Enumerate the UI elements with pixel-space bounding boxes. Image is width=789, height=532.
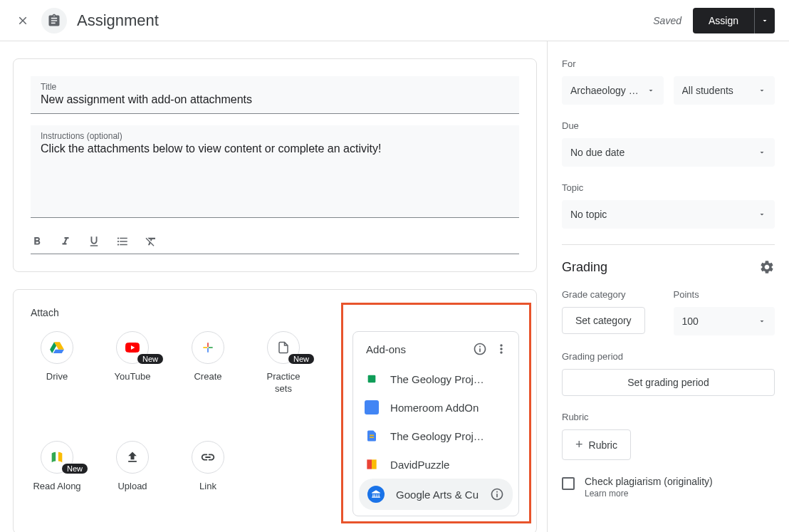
main-layout: Title New assignment with add-on attachm… <box>0 41 789 532</box>
italic-button[interactable] <box>59 235 72 248</box>
plagiarism-label: Check plagiarism (originality) <box>585 476 713 487</box>
assignment-icon <box>41 8 67 33</box>
caret-down-icon <box>761 16 769 25</box>
grading-period-section: Grading period Set grading period <box>562 351 775 396</box>
topic-value: No topic <box>570 209 607 220</box>
header-right: Saved Assign <box>653 8 775 33</box>
attach-youtube[interactable]: New YouTube <box>106 331 159 418</box>
close-button[interactable] <box>14 12 31 29</box>
link-icon <box>200 449 216 465</box>
addon-homeroom-icon <box>365 400 379 414</box>
upload-icon <box>125 450 140 464</box>
sidebar: For Archaeology … All students Due No du… <box>547 41 789 532</box>
caret-down-icon <box>647 86 655 95</box>
category-label: Grade category <box>562 289 664 300</box>
grading-header: Grading <box>562 259 775 275</box>
attach-link[interactable]: Link <box>182 441 234 516</box>
saved-indicator: Saved <box>653 15 681 26</box>
category-points-section: Grade category Set category Points 100 <box>562 289 775 335</box>
instructions-value: Click the attachments below to view cont… <box>41 142 509 155</box>
set-category-button[interactable]: Set category <box>562 307 645 334</box>
for-section: For Archaeology … All students <box>562 58 775 105</box>
addon-name: The Geology Proj… <box>390 373 507 385</box>
format-toolbar <box>31 229 519 254</box>
youtube-icon <box>123 340 142 355</box>
more-vert-icon[interactable] <box>494 342 508 356</box>
attach-youtube-label: YouTube <box>114 371 150 383</box>
attach-title: Attach <box>31 307 519 318</box>
attach-upload-label: Upload <box>117 481 147 493</box>
topic-section: Topic No topic <box>562 182 775 229</box>
attach-card: Attach Drive New YouTube <box>13 289 537 532</box>
class-selector[interactable]: Archaeology … <box>562 76 664 105</box>
attach-drive-label: Drive <box>46 371 68 383</box>
topic-label: Topic <box>562 182 775 193</box>
addons-list[interactable]: The Geology Proj… Homeroom AddOn The Geo… <box>353 365 518 516</box>
points-label: Points <box>674 289 775 300</box>
instructions-label: Instructions (optional) <box>41 131 509 141</box>
points-selector[interactable]: 100 <box>674 307 775 335</box>
for-label: For <box>562 58 775 69</box>
drive-icon <box>49 340 65 355</box>
plus-multicolor-icon <box>201 340 215 355</box>
addon-name: DavidPuzzle <box>390 459 507 471</box>
info-icon[interactable] <box>490 487 504 501</box>
attach-upload[interactable]: Upload <box>106 441 159 516</box>
rubric-button[interactable]: + Rubric <box>562 429 631 460</box>
attach-link-label: Link <box>199 481 216 493</box>
attach-row: Drive New YouTube Create <box>31 331 519 516</box>
learn-more-link[interactable]: Learn more <box>585 489 713 499</box>
clear-format-button[interactable] <box>145 235 157 248</box>
attach-read-along[interactable]: New Read Along <box>31 441 83 516</box>
attach-create[interactable]: Create <box>182 331 234 418</box>
set-grading-period-button[interactable]: Set grading period <box>562 369 775 396</box>
new-badge: New <box>288 354 314 364</box>
settings-icon[interactable] <box>759 259 775 275</box>
points-value: 100 <box>682 315 699 327</box>
bullet-list-button[interactable] <box>116 235 129 248</box>
period-label: Grading period <box>562 351 775 362</box>
due-selector[interactable]: No due date <box>562 138 775 167</box>
divider <box>562 244 775 245</box>
info-icon[interactable] <box>473 342 487 356</box>
attach-practice-sets[interactable]: New Practice sets <box>257 331 310 418</box>
underline-button[interactable] <box>88 235 100 248</box>
attach-drive[interactable]: Drive <box>31 331 83 418</box>
new-badge: New <box>137 354 163 364</box>
addon-item-geology-1[interactable]: The Geology Proj… <box>353 365 518 393</box>
assign-dropdown-button[interactable] <box>754 8 775 33</box>
title-field[interactable]: Title New assignment with add-on attachm… <box>31 76 519 114</box>
assign-button-group: Assign <box>693 8 775 33</box>
students-value: All students <box>682 85 733 96</box>
addons-panel: Add-ons The Geology Proj… Homeroom AddOn <box>352 331 519 516</box>
caret-down-icon <box>758 317 766 325</box>
addon-item-homeroom[interactable]: Homeroom AddOn <box>353 393 518 422</box>
caret-down-icon <box>758 86 766 95</box>
addon-item-davidpuzzle[interactable]: DavidPuzzle <box>353 450 518 479</box>
document-icon <box>277 340 290 355</box>
addon-geology2-icon <box>365 429 378 443</box>
title-label: Title <box>41 82 509 92</box>
plagiarism-checkbox[interactable] <box>562 477 575 490</box>
plus-icon: + <box>575 437 583 452</box>
addon-name: Homeroom AddOn <box>390 402 507 414</box>
addon-item-arts-culture[interactable]: Google Arts & Cu <box>359 479 513 510</box>
assign-button[interactable]: Assign <box>693 8 754 33</box>
bold-button[interactable] <box>31 235 43 248</box>
students-selector[interactable]: All students <box>674 76 775 105</box>
addon-name: Google Arts & Cu <box>396 489 479 501</box>
topic-selector[interactable]: No topic <box>562 200 775 229</box>
attach-create-label: Create <box>194 371 221 383</box>
rubric-label: Rubric <box>562 412 775 422</box>
addons-header: Add-ons <box>353 332 518 365</box>
instructions-field[interactable]: Instructions (optional) Click the attach… <box>31 125 519 218</box>
caret-down-icon <box>758 148 766 157</box>
attach-practice-label: Practice sets <box>257 371 310 395</box>
addon-item-geology-2[interactable]: The Geology Proj… <box>353 422 518 450</box>
addon-arts-icon <box>371 489 381 499</box>
rubric-section: Rubric + Rubric <box>562 412 775 460</box>
app-header: Assignment Saved Assign <box>0 0 789 41</box>
book-icon <box>49 449 65 465</box>
due-value: No due date <box>570 147 625 158</box>
new-badge: New <box>62 464 88 474</box>
